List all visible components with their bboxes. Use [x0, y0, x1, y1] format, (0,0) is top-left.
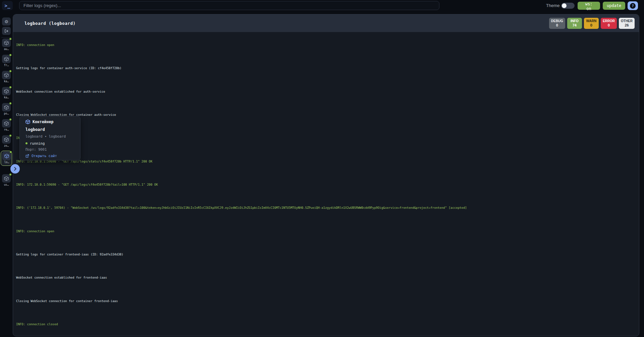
panel-header: logboard (logboard) DEBUG 0 INFO 74 WARN… [13, 14, 639, 32]
expand-sidebar-button[interactable] [10, 164, 20, 174]
external-link-icon [25, 154, 29, 158]
sidebar-container-item[interactable]: ka… [1, 70, 12, 85]
sidebar-container-item[interactable]: au… [1, 38, 12, 53]
status-dot [9, 151, 12, 153]
log-line: WebSocket connection established for aut… [16, 89, 639, 94]
page-title: logboard (logboard) [24, 21, 76, 26]
open-site-link[interactable]: Открыть сайт [25, 154, 57, 158]
running-status-dot [25, 142, 28, 144]
container-cube-icon [4, 57, 9, 61]
settings-gear-icon[interactable]: ⚙ [2, 17, 11, 26]
level-badge[interactable]: OTHER 26 [619, 18, 635, 29]
container-label: fr… [1, 64, 12, 67]
tooltip-container-name: logboard [25, 127, 45, 132]
status-dot [9, 173, 12, 176]
badge-label: INFO [571, 19, 579, 23]
sidebar-container-item[interactable]: re… [1, 118, 12, 134]
sidebar-container-item[interactable]: zo… [1, 135, 12, 150]
container-label: re… [1, 128, 12, 131]
container-tooltip: Контейнер logboard logboard • logboard r… [19, 116, 80, 160]
container-cube-icon [4, 176, 9, 181]
level-badge[interactable]: ERROR 0 [601, 18, 617, 29]
log-output[interactable]: INFO: connection open Getting logs for c… [13, 33, 639, 336]
badge-label: ERROR [603, 19, 615, 23]
container-cube-icon [4, 137, 9, 142]
sidebar: ⚙ au… fr… ka… [0, 11, 13, 337]
container-cube-icon [4, 121, 9, 126]
badge-count: 26 [625, 23, 629, 28]
badge-label: DEBUG [551, 19, 563, 23]
badge-label: WARN [586, 19, 597, 23]
log-line: Getting logs for container auth-service … [16, 66, 639, 71]
log-panel: logboard (logboard) DEBUG 0 INFO 74 WARN… [13, 14, 639, 336]
container-cube-icon [25, 119, 30, 124]
container-label: zo… [1, 144, 12, 147]
logout-icon[interactable] [2, 27, 11, 35]
status-dot [9, 38, 12, 40]
log-line: WebSocket connection established for fro… [16, 275, 639, 280]
tooltip-subtitle: logboard • logboard [25, 134, 66, 138]
top-bar: >_ Theme ws: on update ? [0, 0, 644, 11]
status-dot [9, 118, 12, 121]
container-label: us… [1, 183, 12, 186]
log-line: INFO: connection open [16, 43, 639, 48]
toggle-knob [562, 3, 567, 8]
log-line: Closing WebSocket connection for contain… [16, 112, 639, 117]
theme-toggle[interactable] [561, 3, 575, 9]
filter-logs-input[interactable] [19, 1, 439, 10]
level-badge[interactable]: WARN 0 [584, 18, 599, 29]
sidebar-container-item[interactable]: po… [1, 102, 12, 117]
container-cube-icon [4, 154, 9, 158]
sidebar-container-item[interactable]: lo… [1, 151, 12, 166]
update-button[interactable]: update [603, 2, 625, 10]
log-line: INFO: 172.18.0.1:59690 - "GET /api/logs/… [16, 182, 639, 187]
status-dot [9, 70, 12, 73]
container-cube-icon [4, 105, 9, 110]
terminal-logo-icon: >_ [2, 1, 13, 10]
sidebar-container-item[interactable]: fr… [1, 54, 12, 69]
sidebar-container-item[interactable]: ka… [1, 86, 12, 101]
container-label: au… [1, 48, 12, 51]
badge-label: OTHER [621, 19, 633, 23]
log-line: INFO: connection closed [16, 322, 639, 327]
container-cube-icon [4, 73, 9, 78]
badge-count: 0 [608, 23, 610, 28]
container-label: ka… [1, 80, 12, 83]
tooltip-title: Контейнер [33, 119, 53, 124]
level-badge[interactable]: DEBUG 0 [549, 18, 565, 29]
tooltip-port: Порт: 9001 [25, 147, 47, 151]
container-label: ka… [1, 96, 12, 99]
container-label: po… [1, 112, 12, 115]
badge-count: 0 [590, 23, 592, 28]
status-dot [9, 54, 12, 56]
help-button[interactable]: ? [628, 1, 638, 10]
badge-count: 74 [573, 23, 577, 28]
container-label: lo… [1, 161, 12, 164]
log-line: Closing WebSocket connection for contain… [16, 299, 639, 304]
question-mark-icon: ? [630, 3, 636, 9]
badge-count: 0 [556, 23, 558, 28]
log-line: INFO: connection closed [16, 136, 639, 141]
log-line: INFO: 172.18.0.1:59690 - "GET /api/logs/… [16, 159, 639, 164]
theme-label: Theme [546, 3, 559, 8]
sidebar-container-item[interactable]: us… [1, 174, 12, 189]
level-badges: DEBUG 0 INFO 74 WARN 0 ERROR 0 OTHER 26 [549, 18, 635, 29]
status-dot [9, 86, 12, 89]
status-dot [9, 134, 12, 137]
container-cube-icon [4, 89, 9, 94]
level-badge[interactable]: INFO 74 [567, 18, 582, 29]
status-dot [9, 102, 12, 105]
log-line: Getting logs for container frontend-iaas… [16, 252, 639, 257]
ws-toggle-button[interactable]: ws: on [578, 2, 600, 10]
log-line: INFO: ('172.18.0.1', 59704) - "WebSocket… [16, 205, 639, 210]
tooltip-status: running [30, 141, 45, 145]
container-cube-icon [4, 41, 9, 45]
log-line: INFO: connection open [16, 229, 639, 234]
